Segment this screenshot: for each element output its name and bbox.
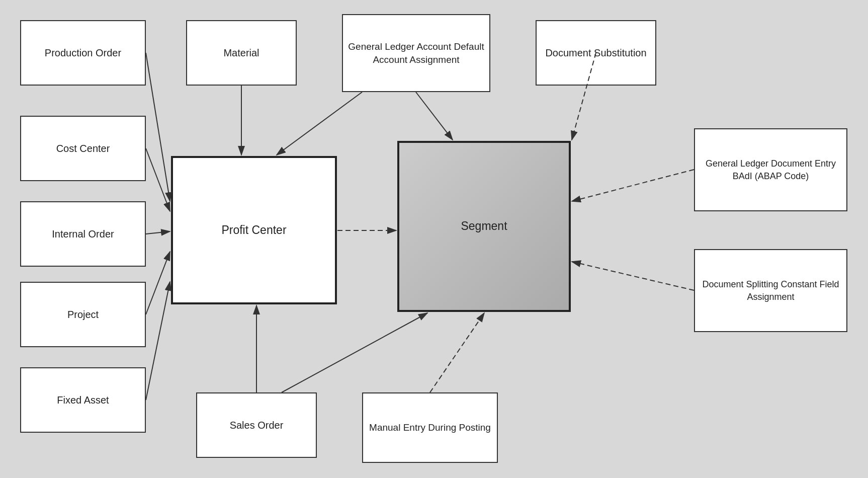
svg-line-6 — [146, 282, 170, 400]
svg-line-13 — [282, 313, 427, 392]
svg-line-2 — [146, 53, 170, 201]
doc-splitting-box: Document Splitting Constant Field Assign… — [694, 249, 847, 332]
svg-line-8 — [277, 92, 362, 155]
project-box: Project — [20, 282, 146, 347]
svg-line-15 — [572, 170, 694, 201]
svg-line-3 — [146, 148, 170, 211]
material-box: Material — [186, 20, 297, 86]
diagram-container: Production Order Cost Center Internal Or… — [0, 0, 868, 478]
doc-substitution-box: Document Substitution — [536, 20, 656, 86]
svg-line-4 — [146, 231, 170, 234]
gl-account-box: General Ledger Account Default Account A… — [342, 14, 490, 92]
internal-order-box: Internal Order — [20, 201, 146, 267]
gl-doc-entry-box: General Ledger Document Entry BAdI (ABAP… — [694, 128, 847, 211]
cost-center-box: Cost Center — [20, 116, 146, 181]
profit-center-box: Profit Center — [171, 156, 337, 304]
svg-line-5 — [146, 252, 170, 314]
svg-line-9 — [416, 92, 453, 140]
fixed-asset-box: Fixed Asset — [20, 367, 146, 433]
svg-line-16 — [572, 262, 694, 290]
segment-box: Segment — [397, 141, 571, 312]
production-order-box: Production Order — [20, 20, 146, 86]
svg-line-14 — [430, 313, 484, 392]
sales-order-box: Sales Order — [196, 392, 317, 458]
manual-entry-box: Manual Entry During Posting — [362, 392, 498, 463]
